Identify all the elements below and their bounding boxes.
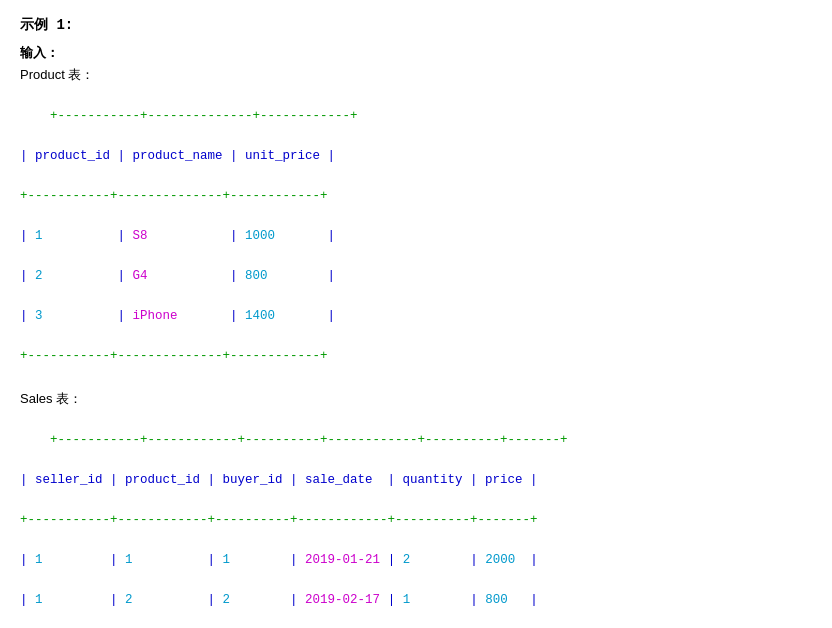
- sales-table: +-----------+------------+----------+---…: [20, 410, 812, 628]
- page-wrapper: 示例 1: 输入： Product 表： +-----------+------…: [0, 0, 832, 628]
- sales-table-label: Sales 表：: [20, 390, 812, 408]
- product-table: +-----------+--------------+------------…: [20, 86, 812, 386]
- input-label: 输入：: [20, 44, 812, 62]
- example-title: 示例 1:: [20, 16, 812, 34]
- product-table-label: Product 表：: [20, 66, 812, 84]
